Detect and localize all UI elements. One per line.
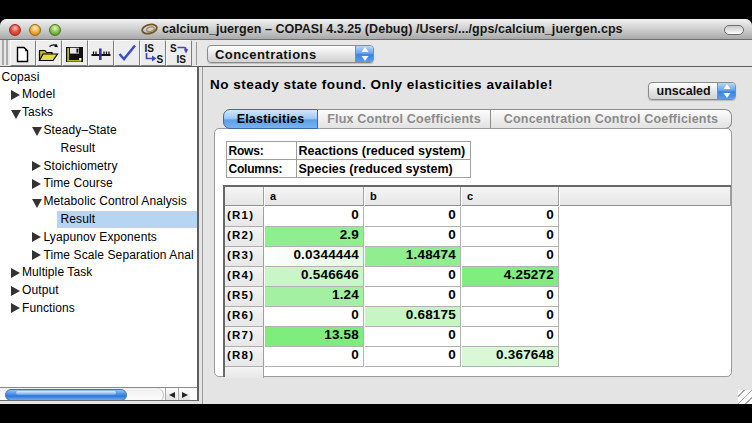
svg-text:IS: IS [177,54,187,65]
svg-text:S: S [170,43,177,54]
svg-text:S: S [157,54,164,65]
svg-text:IS: IS [145,43,155,54]
